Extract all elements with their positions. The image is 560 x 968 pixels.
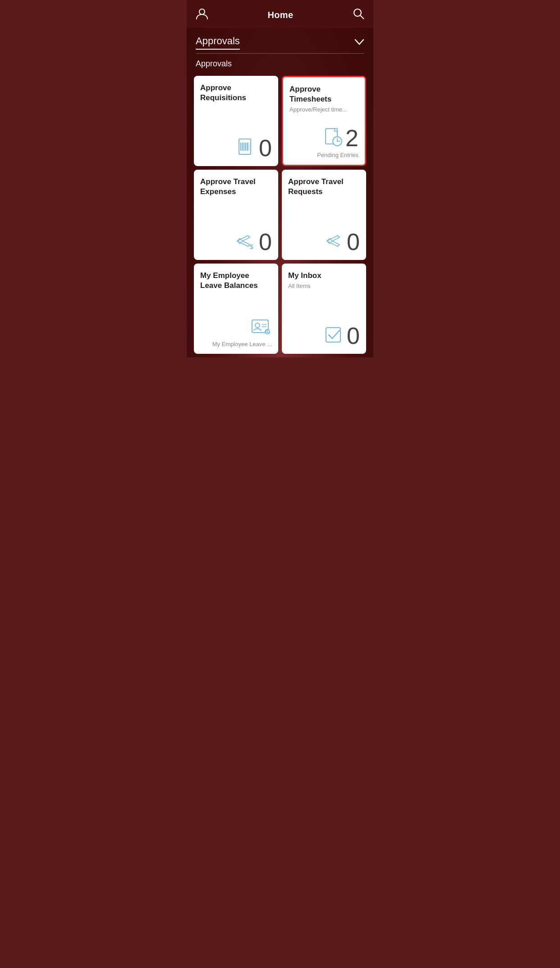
travel-expense-icon: $ bbox=[234, 232, 256, 252]
chevron-down-icon[interactable] bbox=[354, 38, 364, 47]
card-title-employee-leave-balances: My Employee Leave Balances bbox=[200, 271, 272, 291]
header-title: Home bbox=[268, 10, 294, 20]
requisition-icon bbox=[236, 138, 256, 158]
phone-container: Home Approvals Approvals bbox=[187, 0, 373, 357]
card-count-approve-travel-expenses: 0 bbox=[259, 230, 272, 254]
card-label-employee-leave: My Employee Leave ... bbox=[212, 341, 272, 347]
user-icon[interactable] bbox=[196, 7, 208, 23]
svg-text:$: $ bbox=[250, 243, 253, 250]
cards-grid: Approve Requisitions bbox=[187, 72, 373, 357]
card-count-my-inbox: 0 bbox=[347, 324, 360, 347]
card-subtitle-my-inbox: All Items bbox=[288, 283, 360, 289]
card-count-approve-requisitions: 0 bbox=[259, 136, 272, 160]
card-title-my-inbox: My Inbox bbox=[288, 271, 360, 281]
card-approve-travel-requests[interactable]: Approve Travel Requests 0 bbox=[282, 170, 366, 260]
card-title-approve-travel-requests: Approve Travel Requests bbox=[288, 177, 360, 197]
search-icon[interactable] bbox=[353, 8, 364, 22]
svg-point-0 bbox=[199, 9, 205, 14]
card-count-approve-timesheets: 2 bbox=[345, 126, 358, 150]
card-my-inbox[interactable]: My Inbox All Items 0 bbox=[282, 264, 366, 354]
card-title-approve-timesheets: Approve Timesheets bbox=[289, 84, 358, 104]
svg-line-2 bbox=[360, 15, 364, 19]
card-approve-timesheets[interactable]: Approve Timesheets Approve/Reject time..… bbox=[282, 76, 366, 166]
section-header: Approvals bbox=[187, 28, 373, 50]
leave-icon bbox=[250, 315, 272, 339]
card-title-approve-travel-expenses: Approve Travel Expenses bbox=[200, 177, 272, 197]
subsection-title: Approvals bbox=[187, 54, 373, 72]
card-approve-travel-expenses[interactable]: Approve Travel Expenses $ bbox=[194, 170, 278, 260]
timesheet-icon bbox=[324, 127, 343, 149]
card-subtitle-approve-timesheets: Approve/Reject time... bbox=[289, 106, 358, 113]
inbox-icon bbox=[324, 326, 344, 346]
svg-point-1 bbox=[354, 9, 361, 16]
card-employee-leave-balances[interactable]: My Employee Leave Balances bbox=[194, 264, 278, 354]
svg-point-18 bbox=[255, 323, 260, 328]
section-title[interactable]: Approvals bbox=[196, 35, 240, 50]
card-label-approve-timesheets: Pending Entries bbox=[317, 152, 358, 158]
card-approve-requisitions[interactable]: Approve Requisitions bbox=[194, 76, 278, 166]
card-count-approve-travel-requests: 0 bbox=[347, 230, 360, 254]
travel-request-icon bbox=[324, 232, 344, 251]
card-title-approve-requisitions: Approve Requisitions bbox=[200, 83, 272, 103]
header: Home bbox=[187, 0, 373, 28]
